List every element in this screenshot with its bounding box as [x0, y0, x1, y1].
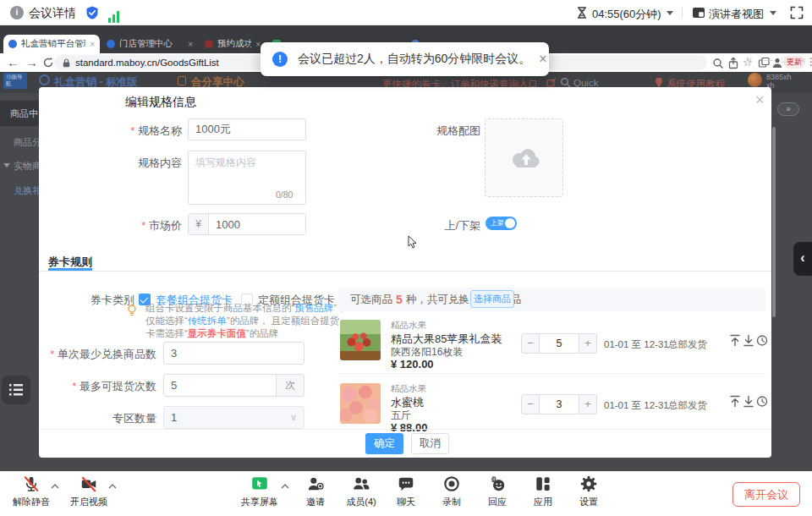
spec-name-label: 规格名称 — [76, 124, 182, 139]
product-date-range: 01-01 至 12-31 — [604, 338, 669, 351]
toolbar-unmute[interactable]: 解除静音 — [5, 474, 58, 508]
dialog-close-icon[interactable]: × — [755, 92, 765, 107]
clock-icon[interactable] — [756, 395, 768, 408]
toast-text: 会议已超过2人，自动转为60分钟限时会议。 — [298, 52, 530, 67]
sidebar-item-redeem[interactable]: 兑换礼 — [14, 184, 41, 197]
divider — [682, 7, 683, 19]
zone-count-select[interactable]: 1∨ — [163, 406, 304, 429]
floating-list-button[interactable] — [2, 376, 30, 404]
shelf-label: 上/下架 — [418, 218, 480, 233]
tab-close-icon[interactable]: × — [90, 40, 95, 49]
qty-decrease-button[interactable]: − — [521, 394, 540, 414]
shelf-toggle[interactable]: 上架 — [486, 217, 517, 230]
zoom-icon[interactable] — [712, 58, 724, 69]
fullscreen-icon[interactable] — [790, 6, 804, 19]
tab-close-icon[interactable]: × — [188, 40, 193, 49]
browser-tab-active[interactable]: 礼盒营销平台管理中心 × — [3, 35, 100, 53]
share-options-chevron-icon[interactable] — [281, 484, 289, 489]
toast-close-icon[interactable]: × — [539, 52, 546, 67]
leave-meeting-button[interactable]: 离开会议 — [732, 482, 800, 507]
char-counter: 0/80 — [276, 189, 293, 200]
screen-share-icon — [250, 475, 269, 493]
qty-decrease-button[interactable]: − — [521, 333, 540, 354]
window-minimize-icon[interactable]: — — [764, 54, 773, 64]
view-layout-icon[interactable] — [692, 7, 705, 19]
move-top-icon[interactable] — [729, 395, 741, 408]
window-menu-icon[interactable]: ∨ — [746, 54, 753, 65]
product-brand: 精品水果 — [391, 383, 426, 395]
lock-icon — [63, 58, 70, 68]
mouse-cursor — [408, 235, 418, 249]
select-products-button[interactable]: 选择商品 — [470, 290, 514, 308]
cancel-button[interactable]: 取消 — [411, 433, 449, 454]
toolbar-share-screen[interactable]: 共享屏幕 — [233, 474, 286, 508]
browser-tab[interactable]: 门店管理中心 × — [102, 35, 198, 53]
meeting-details-label[interactable]: 会议详情 — [29, 6, 76, 21]
market-price-field[interactable]: ¥ — [188, 213, 306, 235]
move-bottom-icon[interactable] — [743, 395, 754, 408]
toolbar-settings[interactable]: 设置 — [562, 474, 615, 508]
qty-increase-button[interactable]: + — [579, 333, 597, 354]
video-options-chevron-icon[interactable] — [108, 484, 117, 489]
qty-value[interactable]: 3 — [540, 394, 579, 414]
page-scrollbar[interactable] — [772, 127, 776, 317]
screen: i 会议详情 04:55(60分钟) 演讲者视图 礼盒营销平台管理中心 × 门店… — [0, 0, 812, 516]
product-brand: 精品水果 — [391, 320, 426, 332]
window-close-icon[interactable]: × — [799, 54, 806, 67]
share-icon[interactable] — [727, 57, 739, 69]
product-price: ¥ 88.00 — [391, 421, 427, 434]
toolbar-apps[interactable]: 应用 — [517, 474, 569, 508]
min-exchange-input[interactable] — [163, 342, 304, 365]
avatar[interactable] — [748, 73, 762, 87]
min-exchange-label: 单次最少兑换商品数 — [47, 347, 156, 362]
view-dropdown-icon[interactable] — [770, 11, 776, 15]
cloud-upload-icon — [508, 145, 540, 171]
timer-dropdown-icon[interactable] — [667, 11, 673, 15]
view-mode-label[interactable]: 演讲者视图 — [709, 7, 764, 22]
menu-dots-icon[interactable]: ⋮ — [806, 56, 812, 68]
lightbulb-icon — [127, 305, 137, 317]
max-pickup-input[interactable] — [163, 374, 277, 397]
image-upload-box[interactable] — [485, 118, 563, 197]
network-signal-icon[interactable] — [108, 8, 121, 23]
toolbar-start-video[interactable]: 开启视频 — [63, 474, 115, 508]
move-top-icon[interactable] — [729, 334, 741, 347]
toolbar-chat[interactable]: 聊天 — [380, 474, 432, 508]
tab-favicon — [107, 40, 115, 48]
market-price-input[interactable] — [209, 214, 305, 234]
back-icon[interactable]: ← — [7, 55, 19, 69]
sidebar-item-physical[interactable]: 实物商 — [14, 160, 41, 173]
toolbar-reaction[interactable]: 回应 — [471, 474, 524, 508]
product-price: ¥ 120.00 — [391, 358, 434, 371]
reload-icon[interactable] — [42, 57, 54, 69]
toolbar-record[interactable]: 录制 — [425, 474, 478, 508]
mic-options-chevron-icon[interactable] — [51, 484, 59, 489]
product-date-range: 01-01 至 12-31 — [604, 399, 669, 412]
toggle-knob — [505, 218, 515, 228]
external-link-icon[interactable] — [546, 78, 557, 87]
selectable-count: 5 — [396, 293, 403, 306]
window-maximize-icon[interactable]: □ — [782, 54, 787, 64]
security-shield-icon[interactable] — [85, 5, 100, 20]
sidebar-item-category[interactable]: 商品分 — [14, 136, 41, 149]
spec-image-label: 规格配图 — [414, 124, 480, 139]
meeting-toast: ! 会议已超过2人，自动转为60分钟限时会议。 × — [261, 42, 549, 76]
expand-panel-button[interactable]: » — [777, 102, 799, 116]
meeting-info-icon[interactable]: i — [10, 6, 24, 19]
qty-value[interactable]: 5 — [540, 333, 579, 354]
settings-gear-icon — [579, 475, 598, 493]
forward-icon[interactable]: → — [25, 55, 38, 69]
clock-icon[interactable] — [756, 334, 768, 347]
toolbar-invite[interactable]: 邀请 — [289, 474, 342, 508]
spec-name-input[interactable] — [188, 118, 306, 140]
confirm-button[interactable]: 确定 — [365, 433, 403, 454]
footer-divider — [39, 429, 771, 430]
url-text: standard.maboy.cn/GoodsGiftList — [75, 58, 219, 68]
browser-tab[interactable]: 预约成功 × — [200, 35, 266, 53]
move-bottom-icon[interactable] — [743, 334, 754, 347]
side-panel-handle[interactable]: ‹ — [793, 242, 812, 276]
qty-increase-button[interactable]: + — [579, 394, 597, 414]
nav-toggle-button[interactable]: 功能导航 — [3, 73, 27, 89]
gift-icon — [178, 76, 186, 85]
camera-off-icon — [80, 475, 98, 493]
